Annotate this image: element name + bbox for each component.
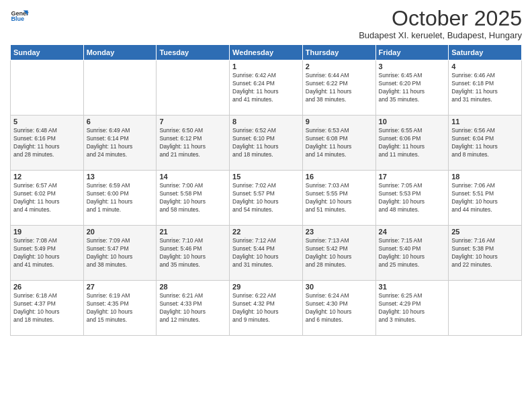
col-monday: Monday	[83, 45, 157, 60]
day-info: Sunrise: 6:52 AM Sunset: 6:10 PM Dayligh…	[232, 127, 300, 159]
logo-icon: General Blue	[10, 7, 29, 26]
day-number: 11	[451, 118, 519, 126]
day-number: 19	[13, 228, 81, 236]
day-info: Sunrise: 6:49 AM Sunset: 6:14 PM Dayligh…	[87, 127, 154, 159]
day-number: 5	[13, 118, 81, 126]
day-number: 20	[87, 228, 154, 236]
table-row: 26Sunrise: 6:18 AM Sunset: 4:37 PM Dayli…	[11, 281, 84, 336]
day-info: Sunrise: 6:55 AM Sunset: 6:06 PM Dayligh…	[379, 127, 446, 159]
logo: General Blue	[10, 7, 29, 26]
day-number: 27	[87, 283, 154, 291]
table-row	[83, 60, 157, 116]
day-info: Sunrise: 7:00 AM Sunset: 5:58 PM Dayligh…	[159, 182, 226, 214]
table-row: 22Sunrise: 7:12 AM Sunset: 5:44 PM Dayli…	[230, 226, 303, 281]
header-row: Sunday Monday Tuesday Wednesday Thursday…	[11, 45, 522, 60]
table-row	[11, 60, 84, 116]
day-info: Sunrise: 6:53 AM Sunset: 6:08 PM Dayligh…	[306, 127, 373, 159]
day-number: 21	[159, 228, 226, 236]
day-number: 22	[232, 228, 300, 236]
table-row: 11Sunrise: 6:56 AM Sunset: 6:04 PM Dayli…	[449, 116, 522, 171]
table-row: 23Sunrise: 7:13 AM Sunset: 5:42 PM Dayli…	[302, 226, 375, 281]
day-number: 13	[87, 173, 154, 181]
day-number: 26	[13, 283, 81, 291]
day-number: 4	[451, 62, 519, 71]
day-info: Sunrise: 7:16 AM Sunset: 5:38 PM Dayligh…	[451, 237, 519, 269]
table-row: 15Sunrise: 7:02 AM Sunset: 5:57 PM Dayli…	[230, 171, 303, 226]
table-row: 25Sunrise: 7:16 AM Sunset: 5:38 PM Dayli…	[449, 226, 522, 281]
day-number: 16	[306, 173, 373, 181]
day-info: Sunrise: 6:50 AM Sunset: 6:12 PM Dayligh…	[159, 127, 226, 159]
day-number: 10	[379, 118, 446, 126]
day-info: Sunrise: 7:15 AM Sunset: 5:40 PM Dayligh…	[379, 237, 446, 269]
table-row: 18Sunrise: 7:06 AM Sunset: 5:51 PM Dayli…	[449, 171, 522, 226]
day-number: 15	[232, 173, 300, 181]
col-saturday: Saturday	[449, 45, 522, 60]
page-container: General Blue October 2025 Budapest XI. k…	[0, 0, 532, 339]
table-row: 20Sunrise: 7:09 AM Sunset: 5:47 PM Dayli…	[83, 226, 157, 281]
table-row: 8Sunrise: 6:52 AM Sunset: 6:10 PM Daylig…	[230, 116, 303, 171]
day-number: 1	[232, 62, 300, 71]
week-row-2: 12Sunrise: 6:57 AM Sunset: 6:02 PM Dayli…	[11, 171, 522, 226]
day-info: Sunrise: 7:09 AM Sunset: 5:47 PM Dayligh…	[87, 237, 154, 269]
table-row: 30Sunrise: 6:24 AM Sunset: 4:30 PM Dayli…	[302, 281, 375, 336]
day-info: Sunrise: 6:19 AM Sunset: 4:35 PM Dayligh…	[87, 292, 154, 324]
week-row-4: 26Sunrise: 6:18 AM Sunset: 4:37 PM Dayli…	[11, 281, 522, 336]
day-info: Sunrise: 6:44 AM Sunset: 6:22 PM Dayligh…	[306, 72, 373, 104]
day-number: 6	[87, 118, 154, 126]
table-row: 14Sunrise: 7:00 AM Sunset: 5:58 PM Dayli…	[157, 171, 230, 226]
day-info: Sunrise: 6:56 AM Sunset: 6:04 PM Dayligh…	[451, 127, 519, 159]
day-info: Sunrise: 6:48 AM Sunset: 6:16 PM Dayligh…	[13, 127, 81, 159]
day-number: 2	[306, 62, 373, 71]
table-row: 4Sunrise: 6:46 AM Sunset: 6:18 PM Daylig…	[449, 60, 522, 116]
day-info: Sunrise: 7:03 AM Sunset: 5:55 PM Dayligh…	[306, 182, 373, 214]
day-number: 14	[159, 173, 226, 181]
day-number: 3	[379, 62, 446, 71]
calendar-table: Sunday Monday Tuesday Wednesday Thursday…	[10, 44, 522, 336]
day-info: Sunrise: 7:08 AM Sunset: 5:49 PM Dayligh…	[13, 237, 81, 269]
table-row: 17Sunrise: 7:05 AM Sunset: 5:53 PM Dayli…	[375, 171, 449, 226]
day-number: 29	[232, 283, 300, 291]
col-sunday: Sunday	[11, 45, 84, 60]
table-row: 24Sunrise: 7:15 AM Sunset: 5:40 PM Dayli…	[375, 226, 449, 281]
week-row-1: 5Sunrise: 6:48 AM Sunset: 6:16 PM Daylig…	[11, 116, 522, 171]
day-number: 7	[159, 118, 226, 126]
day-info: Sunrise: 7:10 AM Sunset: 5:46 PM Dayligh…	[159, 237, 226, 269]
table-row: 29Sunrise: 6:22 AM Sunset: 4:32 PM Dayli…	[230, 281, 303, 336]
col-friday: Friday	[375, 45, 449, 60]
day-info: Sunrise: 6:46 AM Sunset: 6:18 PM Dayligh…	[451, 72, 519, 104]
header: General Blue October 2025 Budapest XI. k…	[10, 7, 522, 40]
day-number: 18	[451, 173, 519, 181]
day-info: Sunrise: 6:18 AM Sunset: 4:37 PM Dayligh…	[13, 292, 81, 324]
table-row: 5Sunrise: 6:48 AM Sunset: 6:16 PM Daylig…	[11, 116, 84, 171]
day-number: 23	[306, 228, 373, 236]
day-info: Sunrise: 7:05 AM Sunset: 5:53 PM Dayligh…	[379, 182, 446, 214]
table-row: 6Sunrise: 6:49 AM Sunset: 6:14 PM Daylig…	[83, 116, 157, 171]
day-info: Sunrise: 6:45 AM Sunset: 6:20 PM Dayligh…	[379, 72, 446, 104]
col-thursday: Thursday	[302, 45, 375, 60]
day-number: 31	[379, 283, 446, 291]
table-row: 13Sunrise: 6:59 AM Sunset: 6:00 PM Dayli…	[83, 171, 157, 226]
table-row	[157, 60, 230, 116]
day-number: 30	[306, 283, 373, 291]
table-row: 16Sunrise: 7:03 AM Sunset: 5:55 PM Dayli…	[302, 171, 375, 226]
day-info: Sunrise: 6:42 AM Sunset: 6:24 PM Dayligh…	[232, 72, 300, 104]
table-row: 21Sunrise: 7:10 AM Sunset: 5:46 PM Dayli…	[157, 226, 230, 281]
day-number: 24	[379, 228, 446, 236]
day-number: 9	[306, 118, 373, 126]
day-number: 17	[379, 173, 446, 181]
day-info: Sunrise: 7:02 AM Sunset: 5:57 PM Dayligh…	[232, 182, 300, 214]
day-info: Sunrise: 6:57 AM Sunset: 6:02 PM Dayligh…	[13, 182, 81, 214]
day-info: Sunrise: 6:24 AM Sunset: 4:30 PM Dayligh…	[306, 292, 373, 324]
table-row: 1Sunrise: 6:42 AM Sunset: 6:24 PM Daylig…	[230, 60, 303, 116]
title-block: October 2025 Budapest XI. keruelet, Buda…	[359, 7, 522, 40]
day-number: 28	[159, 283, 226, 291]
week-row-0: 1Sunrise: 6:42 AM Sunset: 6:24 PM Daylig…	[11, 60, 522, 116]
table-row: 28Sunrise: 6:21 AM Sunset: 4:33 PM Dayli…	[157, 281, 230, 336]
day-number: 25	[451, 228, 519, 236]
table-row	[449, 281, 522, 336]
week-row-3: 19Sunrise: 7:08 AM Sunset: 5:49 PM Dayli…	[11, 226, 522, 281]
table-row: 9Sunrise: 6:53 AM Sunset: 6:08 PM Daylig…	[302, 116, 375, 171]
table-row: 7Sunrise: 6:50 AM Sunset: 6:12 PM Daylig…	[157, 116, 230, 171]
table-row: 12Sunrise: 6:57 AM Sunset: 6:02 PM Dayli…	[11, 171, 84, 226]
col-tuesday: Tuesday	[157, 45, 230, 60]
